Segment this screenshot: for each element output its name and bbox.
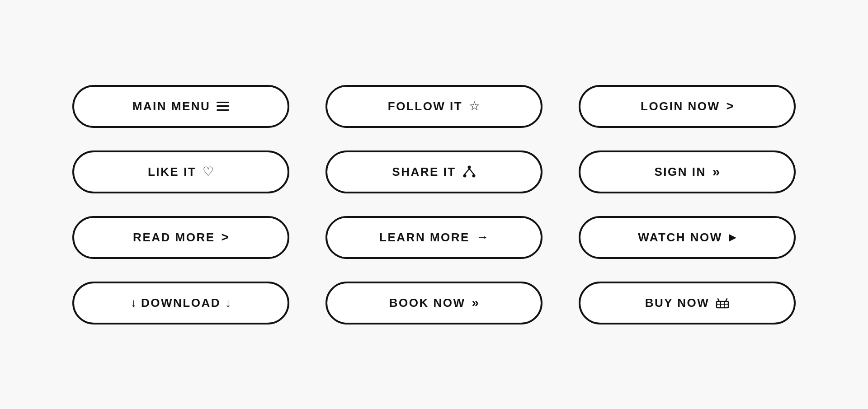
share-it-button[interactable]: SHARE IT — [326, 150, 542, 193]
share-it-label: SHARE IT — [392, 165, 456, 179]
double-chevron-icon — [712, 165, 720, 179]
download-arrow-right-icon — [225, 297, 231, 309]
share-icon — [462, 165, 476, 179]
chevron-right-icon — [726, 100, 734, 113]
learn-more-label: LEARN MORE — [379, 230, 470, 244]
watch-now-label: WATCH NOW — [638, 230, 722, 244]
login-now-label: LOGIN NOW — [641, 99, 720, 113]
learn-more-button[interactable]: LEARN MORE — [326, 216, 542, 259]
buy-now-button[interactable]: BUY NOW — [579, 282, 796, 324]
sign-in-button[interactable]: SIGN IN — [579, 150, 796, 193]
arrow-right-icon — [476, 231, 489, 244]
login-now-button[interactable]: LOGIN NOW — [579, 85, 796, 128]
download-arrow-left-icon — [131, 297, 137, 309]
download-button[interactable]: DOWNLOAD — [72, 282, 289, 324]
sign-in-label: SIGN IN — [655, 165, 706, 179]
hamburger-icon — [217, 102, 229, 111]
download-icons: DOWNLOAD — [131, 296, 231, 310]
double-chevron-book-icon — [472, 296, 479, 309]
star-icon — [469, 100, 480, 113]
book-now-button[interactable]: BOOK NOW — [326, 282, 542, 324]
read-more-label: READ MORE — [133, 230, 215, 244]
download-label: DOWNLOAD — [141, 296, 221, 310]
watch-now-button[interactable]: WATCH NOW — [579, 216, 796, 259]
like-it-label: LIKE IT — [148, 165, 196, 179]
button-grid: MAIN MENU FOLLOW IT LOGIN NOW LIKE IT SH… — [45, 58, 823, 352]
main-menu-button[interactable]: MAIN MENU — [72, 85, 289, 128]
svg-line-3 — [465, 169, 469, 174]
main-menu-label: MAIN MENU — [132, 99, 211, 113]
follow-it-label: FOLLOW IT — [388, 99, 462, 113]
read-more-button[interactable]: READ MORE — [72, 216, 289, 259]
chevron-right-icon-2 — [222, 231, 229, 244]
buy-now-label: BUY NOW — [645, 296, 710, 310]
heart-icon — [203, 165, 214, 178]
like-it-button[interactable]: LIKE IT — [72, 150, 289, 193]
play-icon — [729, 232, 736, 242]
svg-line-4 — [469, 169, 474, 174]
follow-it-button[interactable]: FOLLOW IT — [326, 85, 542, 128]
basket-icon — [716, 297, 729, 309]
book-now-label: BOOK NOW — [389, 296, 466, 310]
